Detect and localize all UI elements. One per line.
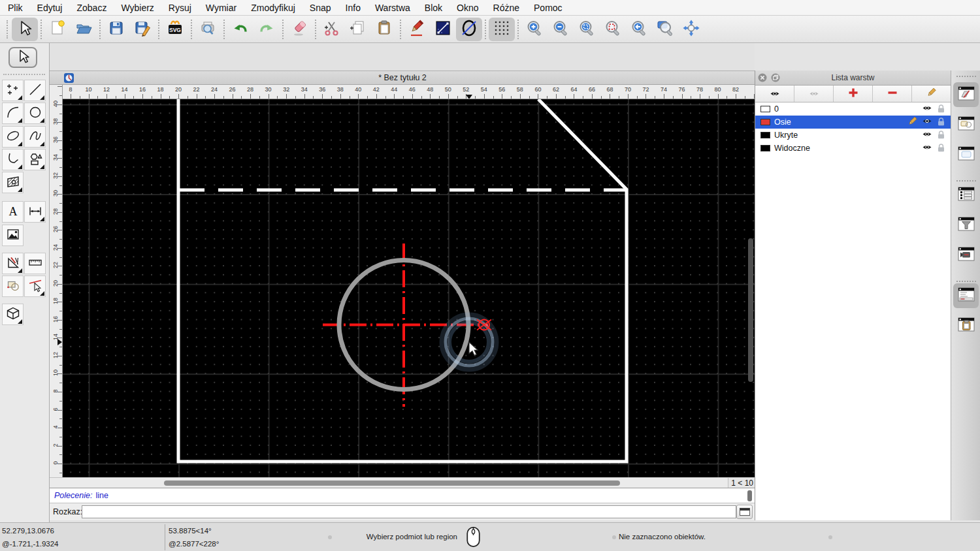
remove-layer-button[interactable] bbox=[873, 86, 912, 102]
layer-lock-icon[interactable] bbox=[937, 130, 945, 141]
command-input[interactable] bbox=[82, 505, 736, 518]
save-button[interactable] bbox=[103, 18, 129, 41]
menu-item-snap[interactable]: Snap bbox=[310, 3, 331, 13]
layer-row-0[interactable]: 0 bbox=[755, 102, 951, 116]
layer-lock-icon[interactable] bbox=[937, 143, 945, 154]
library-browser-panel-toggle-button[interactable] bbox=[953, 243, 979, 268]
panel-title-bar[interactable]: Lista warstw bbox=[755, 71, 951, 86]
blocks-tool-button[interactable] bbox=[2, 276, 24, 297]
circle-tool-button[interactable] bbox=[24, 102, 46, 124]
layer-lock-icon[interactable] bbox=[937, 117, 945, 128]
block-list-panel-toggle-button[interactable] bbox=[953, 112, 979, 137]
property-list-panel-toggle-button[interactable] bbox=[953, 183, 979, 208]
dimension-tool-button[interactable] bbox=[24, 201, 46, 223]
selection-filter-panel-toggle-button[interactable] bbox=[953, 213, 979, 238]
layer-list-panel-toggle-button[interactable] bbox=[953, 82, 979, 107]
polyline-tool-button[interactable] bbox=[2, 149, 24, 170]
redo-button[interactable] bbox=[253, 18, 280, 41]
menu-item-r-ne[interactable]: Różne bbox=[493, 3, 519, 13]
svg-text:A: A bbox=[8, 204, 17, 217]
selection-tool-button[interactable] bbox=[12, 18, 38, 41]
menu-item-edytuj[interactable]: Edytuj bbox=[37, 3, 63, 13]
pencil-icon bbox=[408, 19, 426, 40]
drawing-canvas[interactable] bbox=[63, 99, 755, 477]
measure-tool-button[interactable] bbox=[24, 253, 46, 274]
save-as-button[interactable] bbox=[129, 18, 155, 41]
print-preview-button[interactable] bbox=[195, 18, 221, 41]
layer-visibility-eye-icon[interactable] bbox=[922, 144, 932, 153]
copy-button[interactable] bbox=[345, 18, 371, 41]
line-tool-button[interactable] bbox=[24, 80, 46, 101]
layer-edit-pencil-icon[interactable] bbox=[907, 116, 917, 128]
ellipse-tool-button[interactable] bbox=[2, 126, 24, 148]
menu-item-plik[interactable]: Plik bbox=[8, 3, 23, 13]
menu-item-rysuj[interactable]: Rysuj bbox=[169, 3, 191, 13]
text-tool-button[interactable]: A bbox=[2, 201, 24, 223]
zoom-in-button[interactable] bbox=[521, 18, 547, 41]
pan-button[interactable] bbox=[678, 18, 704, 41]
open-file-button[interactable] bbox=[71, 18, 97, 41]
menu-item-blok[interactable]: Blok bbox=[425, 3, 442, 13]
zoom-auto-button[interactable] bbox=[574, 18, 600, 41]
new-file-button[interactable] bbox=[44, 18, 71, 41]
layer-lock-icon[interactable] bbox=[937, 104, 945, 115]
document-title-bar[interactable]: * Bez tytułu 2 bbox=[50, 71, 755, 85]
dock-handle[interactable] bbox=[3, 74, 45, 75]
toolbar-handle[interactable] bbox=[7, 20, 9, 39]
draw-pencil-button[interactable] bbox=[404, 18, 430, 41]
add-layer-button[interactable] bbox=[834, 86, 873, 102]
menu-item-info[interactable]: Info bbox=[346, 3, 361, 13]
zoom-previous-button[interactable] bbox=[626, 18, 652, 41]
select-entity-tool-button[interactable] bbox=[24, 276, 46, 297]
hatch-tool-button[interactable] bbox=[2, 172, 24, 193]
layer-row-ukryte[interactable]: Ukryte bbox=[755, 129, 951, 142]
menu-item-wybierz[interactable]: Wybierz bbox=[121, 3, 154, 13]
modify-tool-button[interactable] bbox=[2, 253, 24, 274]
layer-color-swatch[interactable] bbox=[760, 106, 770, 112]
zoom-out-button[interactable] bbox=[547, 18, 574, 41]
hide-all-layers-button[interactable] bbox=[794, 86, 834, 102]
zoom-selection-button[interactable] bbox=[600, 18, 626, 41]
clipboard-panel-toggle-button[interactable] bbox=[953, 313, 979, 338]
menu-item-zmodyfikuj[interactable]: Zmodyfikuj bbox=[251, 3, 295, 13]
paste-button[interactable] bbox=[371, 18, 397, 41]
layer-color-swatch[interactable] bbox=[760, 145, 770, 151]
points-tool-button[interactable] bbox=[2, 80, 24, 101]
layer-visibility-eye-icon[interactable] bbox=[922, 104, 932, 114]
layer-color-swatch[interactable] bbox=[760, 119, 770, 125]
arc-tool-button[interactable] bbox=[2, 102, 24, 124]
edit-layer-button[interactable] bbox=[912, 86, 951, 102]
ellipse-tool-button[interactable] bbox=[456, 18, 482, 41]
horizontal-scrollbar-thumb[interactable] bbox=[164, 480, 620, 486]
solid-tool-button[interactable] bbox=[2, 304, 24, 325]
spline-tool-button[interactable] bbox=[24, 126, 46, 148]
menu-item-warstwa[interactable]: Warstwa bbox=[375, 3, 410, 13]
svg-export-button[interactable]: SVG bbox=[162, 18, 188, 41]
selection-mode-button[interactable] bbox=[8, 47, 37, 68]
menu-item-zobacz[interactable]: Zobacz bbox=[76, 3, 106, 13]
v-ruler-label: 8 bbox=[52, 386, 59, 396]
layer-visibility-eye-icon[interactable] bbox=[922, 118, 932, 127]
show-all-layers-button[interactable] bbox=[755, 86, 794, 102]
menu-item-wymiar[interactable]: Wymiar bbox=[206, 3, 237, 13]
layer-color-swatch[interactable] bbox=[760, 132, 770, 138]
cut-button[interactable] bbox=[319, 18, 345, 41]
menu-item-okno[interactable]: Okno bbox=[457, 3, 478, 13]
command-line-panel-toggle-button[interactable] bbox=[953, 283, 979, 308]
layer-visibility-eye-icon[interactable] bbox=[922, 131, 932, 140]
strip-handle[interactable] bbox=[956, 76, 976, 77]
layer-row-widoczne[interactable]: Widoczne bbox=[755, 142, 951, 155]
zoom-window-button[interactable] bbox=[652, 18, 678, 41]
layer-row-osie[interactable]: Osie bbox=[755, 116, 951, 129]
view-list-panel-toggle-button[interactable] bbox=[953, 142, 979, 167]
undo-button[interactable] bbox=[227, 18, 253, 41]
grid-toggle-button[interactable] bbox=[489, 18, 515, 41]
history-scrollbar-thumb[interactable] bbox=[747, 490, 752, 501]
shapes-tool-button[interactable] bbox=[24, 149, 46, 170]
delete-button[interactable] bbox=[286, 18, 312, 41]
image-tool-button[interactable] bbox=[2, 225, 24, 246]
line-tool-button[interactable] bbox=[430, 18, 456, 41]
command-options-button[interactable] bbox=[736, 505, 753, 519]
menu-item-pomoc[interactable]: Pomoc bbox=[534, 3, 563, 13]
horizontal-scrollbar[interactable]: 1 < 10 bbox=[63, 477, 755, 488]
